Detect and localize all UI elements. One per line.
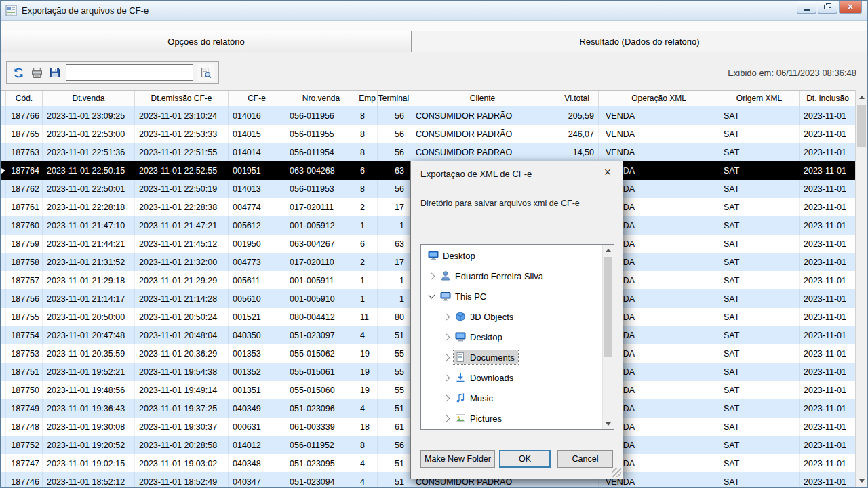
tree-scroll-down-button[interactable] bbox=[603, 418, 614, 429]
grid-vertical-scrollbar[interactable] bbox=[855, 90, 867, 487]
make-new-folder-button[interactable]: Make New Folder bbox=[420, 450, 495, 468]
header-cfe[interactable]: CF-e bbox=[229, 91, 285, 106]
cell-cfe: 001351 bbox=[229, 381, 285, 399]
header-terminal[interactable]: Terminal bbox=[378, 91, 410, 106]
tab-strip: Opções do relatório Resultado (Dados do … bbox=[1, 30, 867, 52]
title-bar: Exportação de arquivos de CF-e × bbox=[1, 1, 867, 21]
tree-item-desktop[interactable]: Desktop bbox=[421, 245, 602, 266]
refresh-button[interactable] bbox=[11, 65, 26, 80]
header-cod[interactable]: Cód. bbox=[6, 91, 43, 106]
table-row[interactable]: 1877652023-11-01 22:53:002023-11-01 22:5… bbox=[1, 125, 856, 143]
table-row[interactable]: 1877662023-11-01 23:09:252023-11-01 23:1… bbox=[1, 106, 856, 125]
ok-button[interactable]: OK bbox=[499, 450, 551, 468]
dialog-close-button[interactable]: × bbox=[599, 164, 616, 180]
close-button[interactable]: × bbox=[839, 1, 862, 14]
tab-report-options[interactable]: Opções do relatório bbox=[1, 30, 412, 52]
scroll-up-button[interactable] bbox=[856, 92, 867, 103]
cell-cfe: 014013 bbox=[229, 180, 285, 198]
cell-nro_venda: 080-004412 bbox=[285, 308, 357, 326]
cell-emp: 1 bbox=[357, 271, 378, 289]
print-button[interactable] bbox=[29, 65, 44, 80]
tree-item-eduardo-ferreira-silva[interactable]: Eduardo Ferreira Silva bbox=[421, 266, 602, 286]
documents-icon bbox=[455, 352, 466, 363]
scroll-down-button[interactable] bbox=[856, 475, 867, 487]
cell-dt_venda: 2023-11-01 22:50:01 bbox=[43, 180, 135, 198]
chevron-collapsed-icon[interactable] bbox=[443, 333, 450, 340]
chevron-collapsed-icon[interactable] bbox=[429, 272, 435, 279]
cell-dt_emissao: 2023-11-01 22:53:33 bbox=[135, 125, 229, 143]
cell-emp: 4 bbox=[357, 472, 378, 488]
export-xml-dialog: Exportação de XML de CF-e × Diretório pa… bbox=[410, 161, 623, 479]
tab-report-result[interactable]: Resultado (Dados do relatório) bbox=[412, 30, 867, 52]
dialog-resize-grip[interactable] bbox=[612, 468, 621, 477]
tree-item-desktop[interactable]: Desktop bbox=[421, 327, 602, 347]
tree-scrollbar[interactable] bbox=[602, 245, 614, 429]
chevron-expanded-icon[interactable] bbox=[429, 292, 435, 299]
cell-dt_emissao: 2023-11-01 22:28:38 bbox=[135, 198, 229, 216]
preview-button[interactable] bbox=[197, 64, 214, 81]
cell-emp: 19 bbox=[357, 344, 378, 363]
cell-dt_emissao: 2023-11-01 22:51:55 bbox=[135, 143, 229, 161]
cell-emp: 2 bbox=[357, 253, 378, 271]
tree-item-documents[interactable]: Documents bbox=[421, 347, 602, 367]
cell-dt_emissao: 2023-11-01 18:52:49 bbox=[135, 472, 229, 488]
restore-button[interactable] bbox=[818, 1, 837, 14]
cell-origem: SAT bbox=[719, 161, 800, 180]
cell-cfe: 005610 bbox=[229, 289, 285, 308]
cell-cfe: 004773 bbox=[229, 253, 285, 271]
cell-nro_venda: 055-015062 bbox=[285, 344, 357, 363]
cell-terminal: 56 bbox=[378, 143, 410, 161]
cell-row-marker bbox=[1, 125, 6, 143]
cell-origem: SAT bbox=[719, 454, 800, 472]
chevron-collapsed-icon[interactable] bbox=[443, 354, 450, 361]
cell-operacao: VENDA bbox=[599, 125, 719, 143]
header-origem-xml[interactable]: Origem XML bbox=[719, 91, 800, 106]
cell-origem: SAT bbox=[719, 418, 800, 436]
header-dt-venda[interactable]: Dt.venda bbox=[43, 91, 135, 106]
cancel-button[interactable]: Cancel bbox=[557, 450, 613, 468]
desktop-icon bbox=[428, 250, 439, 261]
make-new-folder-label: Make New Folder bbox=[425, 454, 491, 464]
cell-terminal: 17 bbox=[378, 253, 410, 271]
tree-item-pictures[interactable]: Pictures bbox=[421, 408, 602, 428]
cell-cod: 187763 bbox=[6, 143, 43, 161]
chevron-collapsed-icon[interactable] bbox=[443, 313, 450, 320]
tree-item-this-pc[interactable]: This PC bbox=[421, 286, 602, 306]
cell-cfe: 000631 bbox=[229, 418, 285, 436]
header-emp[interactable]: Emp bbox=[357, 91, 378, 106]
tree-item-3d-objects[interactable]: 3D Objects bbox=[421, 306, 602, 327]
cell-dt_inclusao: 2023-11-01 bbox=[800, 216, 856, 235]
cell-terminal: 56 bbox=[378, 436, 410, 454]
header-dt-inclusao[interactable]: Dt. inclusão bbox=[800, 91, 856, 106]
cell-dt_inclusao: 2023-11-01 bbox=[800, 472, 856, 488]
cell-emp: 8 bbox=[357, 180, 378, 198]
cell-terminal: 55 bbox=[378, 381, 410, 399]
tree-scroll-thumb[interactable] bbox=[604, 257, 612, 357]
cell-terminal: 56 bbox=[378, 106, 410, 125]
header-nro-venda[interactable]: Nro.venda bbox=[285, 91, 357, 106]
chevron-collapsed-icon[interactable] bbox=[443, 374, 450, 381]
tree-item-downloads[interactable]: Downloads bbox=[421, 367, 602, 388]
table-row[interactable]: 1877632023-11-01 22:51:362023-11-01 22:5… bbox=[1, 143, 856, 161]
tree-item-music[interactable]: Music bbox=[421, 388, 602, 408]
music-icon bbox=[455, 392, 466, 403]
chevron-collapsed-icon[interactable] bbox=[443, 394, 450, 401]
tree-scroll-up-button[interactable] bbox=[603, 245, 614, 256]
chevron-collapsed-icon[interactable] bbox=[443, 415, 450, 422]
cell-cod: 187758 bbox=[6, 253, 43, 271]
cell-cfe: 001352 bbox=[229, 363, 285, 381]
search-input[interactable] bbox=[66, 64, 193, 81]
header-vl-total[interactable]: Vl.total bbox=[555, 91, 599, 106]
cell-cfe: 040347 bbox=[229, 472, 285, 488]
header-dt-emissao[interactable]: Dt.emissão CF-e bbox=[135, 91, 229, 106]
cell-origem: SAT bbox=[719, 106, 800, 125]
minimize-button[interactable] bbox=[797, 1, 816, 14]
cell-cfe: 001950 bbox=[229, 235, 285, 253]
cell-cod: 187760 bbox=[6, 216, 43, 235]
cell-operacao: VENDA bbox=[599, 143, 719, 161]
header-operacao-xml[interactable]: Operação XML bbox=[599, 91, 719, 106]
header-cliente[interactable]: Cliente bbox=[410, 91, 555, 106]
scroll-thumb[interactable] bbox=[857, 105, 866, 147]
save-button[interactable] bbox=[47, 65, 62, 80]
minimize-icon bbox=[804, 9, 810, 11]
